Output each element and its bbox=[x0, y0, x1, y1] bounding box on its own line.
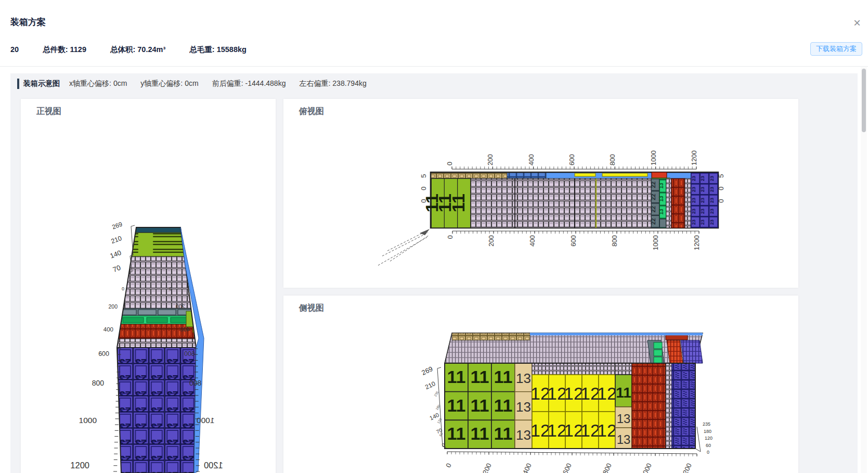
svg-text:1200: 1200 bbox=[693, 235, 701, 250]
scrollbar-track[interactable] bbox=[861, 67, 867, 473]
svg-text:120: 120 bbox=[705, 436, 712, 441]
svg-text:269: 269 bbox=[111, 221, 123, 231]
svg-text:600: 600 bbox=[98, 350, 109, 357]
svg-text:23: 23 bbox=[700, 198, 705, 203]
diagram-info-bar: 装箱示意图 x轴重心偏移:0cm y轴重心偏移:0cm 前后偏重:-1444.4… bbox=[17, 78, 380, 90]
side-view-panel: 侧视图 111111111111111111131313121212121212… bbox=[283, 296, 798, 473]
svg-text:200: 200 bbox=[481, 462, 493, 473]
svg-text:800: 800 bbox=[601, 462, 613, 473]
svg-text:0: 0 bbox=[446, 162, 454, 165]
svg-text:400: 400 bbox=[180, 326, 190, 333]
svg-text:235: 235 bbox=[703, 421, 710, 427]
svg-text:140: 140 bbox=[109, 249, 123, 260]
svg-text:1200: 1200 bbox=[690, 150, 698, 165]
svg-text:13: 13 bbox=[516, 427, 531, 443]
svg-text:13: 13 bbox=[658, 209, 664, 215]
svg-text:1000: 1000 bbox=[650, 150, 657, 165]
svg-text:210: 210 bbox=[110, 235, 123, 245]
svg-text:1200: 1200 bbox=[70, 461, 89, 470]
svg-text:13: 13 bbox=[516, 399, 531, 415]
svg-text:11: 11 bbox=[447, 367, 466, 387]
packing-plan-modal: 装箱方案 × 20 总件数:1129 总体积:70.24m³ 总毛重:15588… bbox=[0, 0, 868, 473]
download-plan-button[interactable]: 下载装箱方案 bbox=[810, 42, 862, 56]
svg-text:22: 22 bbox=[650, 206, 656, 212]
svg-text:11: 11 bbox=[494, 424, 513, 443]
svg-text:0: 0 bbox=[169, 286, 172, 291]
svg-text:23: 23 bbox=[709, 209, 715, 214]
svg-text:400: 400 bbox=[103, 326, 113, 333]
svg-text:23: 23 bbox=[709, 187, 715, 192]
svg-text:800: 800 bbox=[92, 379, 105, 387]
top-view-panel: 俯视图 002002004004006006008008001000100012… bbox=[283, 99, 798, 288]
accent-bar bbox=[17, 79, 19, 89]
svg-text:0: 0 bbox=[717, 186, 725, 190]
stat-total-volume: 总体积:70.24m³ bbox=[110, 45, 165, 55]
close-icon[interactable]: × bbox=[850, 16, 864, 30]
svg-text:23: 23 bbox=[691, 198, 696, 203]
front-view-plot: 2323232323232323232323232323232323232323… bbox=[21, 99, 276, 473]
svg-text:60: 60 bbox=[706, 443, 711, 448]
svg-text:200: 200 bbox=[486, 154, 494, 165]
svg-text:235: 235 bbox=[433, 390, 439, 397]
svg-text:600: 600 bbox=[184, 350, 195, 357]
svg-text:11: 11 bbox=[471, 424, 489, 443]
svg-text:800: 800 bbox=[611, 235, 618, 247]
svg-text:200: 200 bbox=[108, 303, 118, 310]
svg-text:1200: 1200 bbox=[680, 462, 693, 473]
svg-text:23: 23 bbox=[691, 209, 696, 214]
svg-text:23: 23 bbox=[700, 209, 705, 214]
header-divider bbox=[0, 66, 868, 67]
svg-text:0: 0 bbox=[707, 450, 709, 455]
svg-text:23: 23 bbox=[709, 198, 715, 203]
svg-text:11: 11 bbox=[471, 395, 489, 415]
svg-text:13: 13 bbox=[658, 196, 664, 202]
scrollbar-thumb[interactable] bbox=[862, 69, 866, 132]
svg-text:12: 12 bbox=[597, 420, 617, 440]
svg-text:1000: 1000 bbox=[652, 235, 659, 250]
svg-text:1000: 1000 bbox=[640, 462, 653, 473]
svg-text:23: 23 bbox=[700, 220, 705, 225]
svg-text:400: 400 bbox=[527, 154, 535, 165]
svg-text:210: 210 bbox=[424, 380, 436, 391]
svg-text:600: 600 bbox=[561, 462, 573, 473]
svg-text:269: 269 bbox=[420, 365, 434, 377]
svg-text:0: 0 bbox=[420, 199, 427, 202]
summary-bar: 20 总件数:1129 总体积:70.24m³ 总毛重:15588kg bbox=[10, 44, 270, 55]
svg-text:0: 0 bbox=[717, 199, 725, 202]
svg-text:600: 600 bbox=[569, 235, 577, 247]
svg-text:22: 22 bbox=[650, 218, 656, 224]
metric-y-offset: y轴重心偏移:0cm bbox=[140, 79, 198, 88]
svg-text:600: 600 bbox=[568, 154, 576, 165]
svg-text:13: 13 bbox=[617, 432, 631, 446]
svg-text:5: 5 bbox=[717, 174, 725, 177]
content-area: 装箱示意图 x轴重心偏移:0cm y轴重心偏移:0cm 前后偏重:-1444.4… bbox=[10, 73, 858, 473]
metric-x-offset: x轴重心偏移:0cm bbox=[69, 79, 127, 88]
front-view-panel: 正视图 232323232323232323232323232323232323… bbox=[21, 99, 276, 473]
svg-text:800: 800 bbox=[189, 379, 202, 387]
metric-front-back-bias: 前后偏重:-1444.488kg bbox=[212, 79, 286, 88]
stat-total-pieces: 总件数:1129 bbox=[43, 45, 86, 55]
svg-text:200: 200 bbox=[487, 235, 495, 247]
svg-text:180: 180 bbox=[704, 429, 711, 434]
side-view-plot: 1111111111111111111313131212121212121212… bbox=[283, 296, 798, 473]
svg-text:200: 200 bbox=[176, 303, 185, 310]
svg-text:11: 11 bbox=[447, 395, 466, 415]
diagram-title: 装箱示意图 bbox=[23, 79, 60, 88]
svg-text:0: 0 bbox=[122, 286, 124, 291]
svg-text:23: 23 bbox=[709, 220, 715, 225]
svg-text:23: 23 bbox=[691, 176, 696, 181]
svg-text:11: 11 bbox=[616, 385, 631, 401]
svg-text:800: 800 bbox=[608, 154, 616, 165]
container-number: 20 bbox=[10, 45, 19, 54]
metric-left-right-bias: 左右偏重:238.794kg bbox=[299, 79, 366, 88]
top-view-plot: 0020020040040060060080080010001000120012… bbox=[283, 99, 798, 288]
svg-text:1000: 1000 bbox=[79, 416, 97, 425]
svg-text:23: 23 bbox=[709, 176, 715, 181]
svg-text:11: 11 bbox=[447, 424, 466, 443]
stat-total-weight: 总毛重:15588kg bbox=[189, 45, 247, 55]
svg-text:400: 400 bbox=[521, 462, 533, 473]
svg-text:5: 5 bbox=[420, 174, 427, 177]
svg-text:11: 11 bbox=[494, 395, 513, 415]
svg-text:23: 23 bbox=[700, 176, 705, 181]
svg-text:0: 0 bbox=[420, 186, 427, 190]
